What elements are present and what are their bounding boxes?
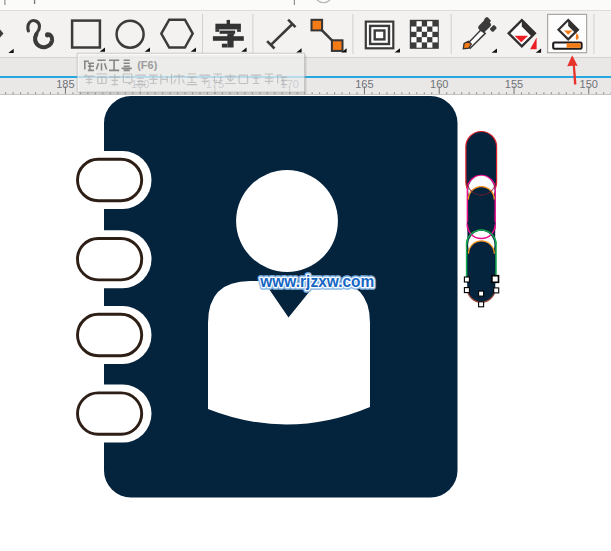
- svg-text:www.rjzxw.com: www.rjzxw.com: [259, 272, 374, 291]
- svg-text:150: 150: [580, 78, 598, 90]
- svg-text:185: 185: [56, 78, 74, 90]
- svg-text:160: 160: [430, 78, 448, 90]
- svg-text:(F6): (F6): [137, 59, 158, 71]
- svg-text:155: 155: [505, 78, 523, 90]
- svg-text:165: 165: [355, 78, 373, 90]
